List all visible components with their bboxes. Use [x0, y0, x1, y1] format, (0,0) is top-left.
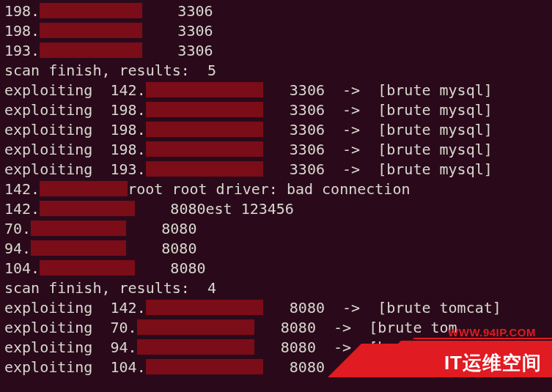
brute-tag: [brute mysql] — [378, 81, 493, 100]
scan-finish-label: scan finish, results: — [4, 61, 190, 81]
port: 3306 — [142, 41, 213, 61]
arrow: -> — [325, 81, 378, 100]
port: 3306 — [142, 21, 213, 41]
exploit-label: exploiting — [4, 140, 92, 160]
exploit-row: exploiting 70. 8080 -> [brute tom — [4, 318, 548, 338]
port: 8080 — [263, 358, 325, 377]
ip-prefix: 193. — [111, 160, 146, 180]
ip-prefix: 70. — [111, 318, 137, 338]
exploit-row: exploiting 198. 3306 -> [brute mysql] — [4, 100, 548, 120]
brute-tag: [b — [378, 358, 395, 377]
port: 3306 — [263, 100, 325, 120]
exploit-label: exploiting — [4, 358, 92, 377]
ip-prefix: 142. — [111, 81, 146, 100]
scan-row: 94. 8080 — [4, 239, 548, 259]
exploit-label: exploiting — [4, 100, 92, 120]
scan-finish-count: 4 — [190, 278, 216, 298]
ip-prefix: 142. — [111, 298, 146, 318]
port: 8080 — [126, 219, 196, 239]
ip-prefix: 198. — [4, 21, 40, 41]
scan-finish-label: scan finish, results: — [4, 278, 190, 298]
ip-prefix: 94. — [4, 239, 31, 259]
arrow: -> — [316, 318, 369, 338]
exploit-row: exploiting 142. 8080 -> [brute tomcat] — [4, 298, 548, 318]
exploit-row: exploiting 142. 3306 -> [brute mysql] — [4, 81, 548, 100]
scan-row: 70. 8080 — [4, 219, 548, 239]
scan-row: 142. 8080est 123456 — [4, 199, 548, 219]
exploit-label: exploiting — [4, 120, 92, 140]
ip-prefix: 198. — [4, 1, 40, 21]
exploit-label: exploiting — [4, 318, 92, 338]
terminal-output: 198. 3306198. 3306193. 3306scan finish, … — [4, 1, 548, 377]
scan-row: 193. 3306 — [4, 41, 548, 61]
brute-tag: [brute mysql] — [378, 160, 493, 180]
scan-tail: est 123456 — [206, 199, 294, 219]
ip-prefix: 198. — [111, 100, 146, 120]
brute-tag: [brute mysql] — [378, 140, 493, 160]
port: 8080 — [135, 199, 205, 219]
scan-finish-line: scan finish, results: 4 — [4, 278, 548, 298]
ip-prefix: 94. — [111, 338, 137, 358]
ip-prefix: 198. — [111, 120, 146, 140]
exploit-row: exploiting 104. 8080 -> [b — [4, 358, 548, 377]
port: 8080 — [254, 338, 316, 358]
arrow: -> — [325, 160, 378, 180]
brute-tag: [brute mysql] — [378, 100, 493, 120]
port: 3306 — [142, 1, 213, 21]
port: 8080 — [126, 239, 196, 259]
arrow: -> — [325, 140, 378, 160]
exploit-row: exploiting 94. 8080 -> [brute — [4, 338, 548, 358]
arrow: -> — [316, 338, 369, 358]
scan-row: 198. 3306 — [4, 21, 548, 41]
port: 8080 — [135, 259, 205, 278]
ip-prefix: 104. — [111, 358, 146, 377]
scan-row: 104. 8080 — [4, 259, 548, 278]
scan-finish-line: scan finish, results: 5 — [4, 61, 548, 81]
arrow: -> — [325, 358, 378, 377]
port: 8080 — [263, 298, 325, 318]
brute-tag: [brute tomcat] — [378, 298, 501, 318]
exploit-label: exploiting — [4, 338, 92, 358]
brute-tag: [brute mysql] — [378, 120, 493, 140]
ip-prefix: 198. — [111, 140, 146, 160]
arrow: -> — [325, 298, 378, 318]
ip-prefix: 142. — [4, 180, 40, 199]
port: 3306 — [263, 160, 325, 180]
scan-finish-count: 5 — [190, 61, 216, 81]
ip-prefix: 193. — [4, 41, 40, 61]
brute-tag: [brute tom — [369, 318, 457, 338]
brute-tag: [brute — [369, 338, 430, 358]
ip-prefix: 142. — [4, 199, 40, 219]
arrow: -> — [325, 120, 378, 140]
exploit-label: exploiting — [4, 298, 92, 318]
port: 8080 — [254, 318, 316, 338]
exploit-row: exploiting 198. 3306 -> [brute mysql] — [4, 120, 548, 140]
driver-error-text: root root driver: bad connection — [128, 180, 410, 199]
scan-row: 198. 3306 — [4, 1, 548, 21]
exploit-label: exploiting — [4, 81, 92, 100]
driver-error-line: 142.root root driver: bad connection — [4, 180, 548, 199]
exploit-row: exploiting 193. 3306 -> [brute mysql] — [4, 160, 548, 180]
arrow: -> — [325, 100, 378, 120]
port: 3306 — [263, 120, 325, 140]
exploit-row: exploiting 198. 3306 -> [brute mysql] — [4, 140, 548, 160]
ip-prefix: 104. — [4, 259, 40, 278]
port: 3306 — [263, 81, 325, 100]
ip-prefix: 70. — [4, 219, 31, 239]
port: 3306 — [263, 140, 325, 160]
exploit-label: exploiting — [4, 160, 92, 180]
